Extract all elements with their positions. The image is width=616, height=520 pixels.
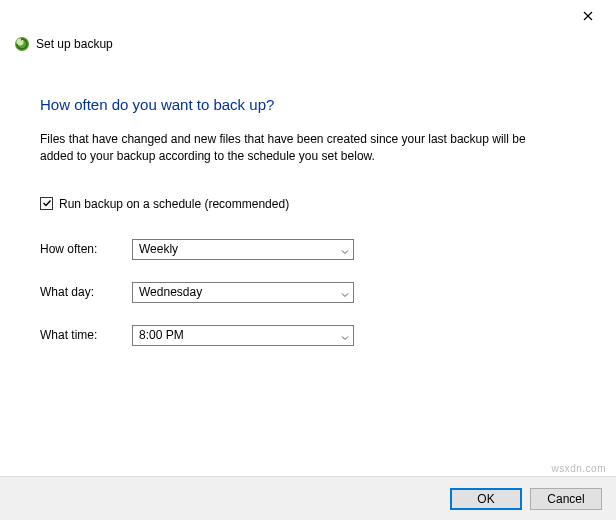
content-area: How often do you want to back up? Files … xyxy=(0,52,616,346)
what-day-select[interactable]: Wednesday xyxy=(132,282,354,303)
window-title: Set up backup xyxy=(36,37,113,51)
backup-icon xyxy=(14,36,30,52)
chevron-down-icon xyxy=(341,288,349,296)
footer: OK Cancel xyxy=(0,476,616,520)
page-heading: How often do you want to back up? xyxy=(40,96,576,113)
what-time-row: What time: 8:00 PM xyxy=(40,325,576,346)
what-day-row: What day: Wednesday xyxy=(40,282,576,303)
how-often-value: Weekly xyxy=(139,242,178,256)
page-description: Files that have changed and new files th… xyxy=(40,131,560,165)
ok-button[interactable]: OK xyxy=(450,488,522,510)
watermark: wsxdn.com xyxy=(551,463,606,474)
cancel-button[interactable]: Cancel xyxy=(530,488,602,510)
chevron-down-icon xyxy=(341,245,349,253)
chevron-down-icon xyxy=(341,331,349,339)
what-time-select[interactable]: 8:00 PM xyxy=(132,325,354,346)
window-header: Set up backup xyxy=(0,36,616,52)
titlebar xyxy=(0,0,616,30)
how-often-label: How often: xyxy=(40,242,132,256)
what-time-label: What time: xyxy=(40,328,132,342)
schedule-checkbox-row: Run backup on a schedule (recommended) xyxy=(40,197,576,211)
how-often-row: How often: Weekly xyxy=(40,239,576,260)
what-day-label: What day: xyxy=(40,285,132,299)
close-button[interactable] xyxy=(568,4,608,28)
close-icon xyxy=(583,9,593,24)
checkmark-icon xyxy=(42,197,52,211)
schedule-checkbox-label: Run backup on a schedule (recommended) xyxy=(59,197,289,211)
what-day-value: Wednesday xyxy=(139,285,202,299)
how-often-select[interactable]: Weekly xyxy=(132,239,354,260)
what-time-value: 8:00 PM xyxy=(139,328,184,342)
schedule-checkbox[interactable] xyxy=(40,197,53,210)
